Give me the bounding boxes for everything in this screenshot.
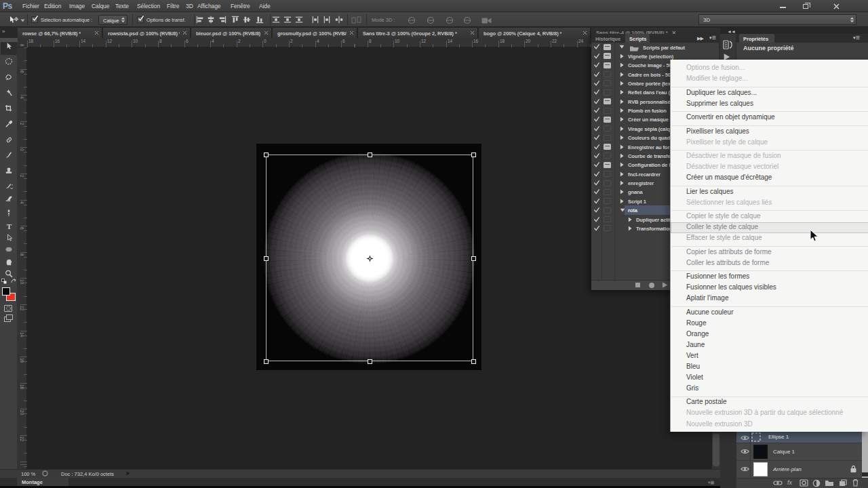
svg-text:T: T [7,222,12,230]
